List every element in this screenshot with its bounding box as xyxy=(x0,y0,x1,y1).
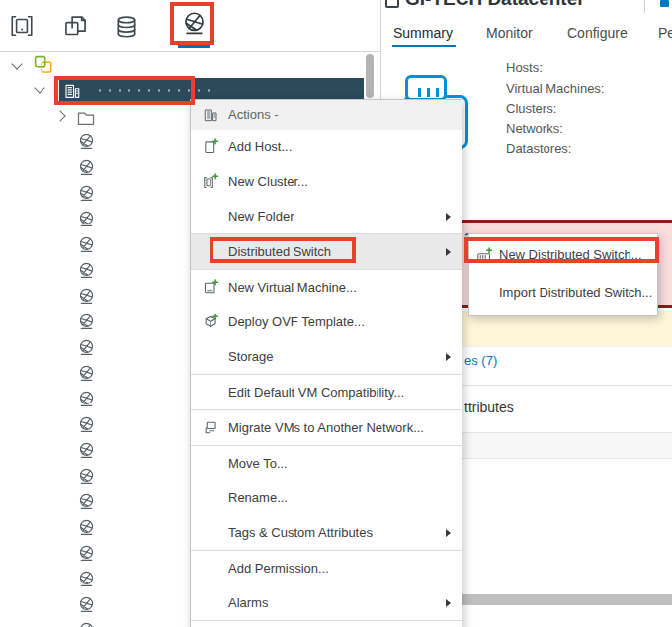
network-globe-icon xyxy=(77,518,96,537)
network-globe-icon xyxy=(77,467,96,486)
tab-monitor[interactable]: Monitor xyxy=(486,25,533,41)
migrate-vms-icon xyxy=(203,419,219,436)
menu-item-new-folder[interactable]: New Folder xyxy=(191,199,462,233)
tree-item-network[interactable] xyxy=(77,493,96,511)
tree-item-network[interactable] xyxy=(77,595,96,614)
network-globe-icon xyxy=(77,287,96,306)
context-menu: Actions - Add Host... New Cluster... New… xyxy=(190,99,462,627)
title-divider xyxy=(644,0,645,13)
clusters-label: Clusters: xyxy=(506,101,556,116)
tree-item-network[interactable] xyxy=(77,518,96,537)
network-globe-icon xyxy=(77,364,96,383)
add-host-icon xyxy=(203,138,219,155)
network-globe-icon xyxy=(77,493,96,511)
tree-item-network[interactable] xyxy=(77,158,96,177)
tree-item-network[interactable] xyxy=(77,544,96,563)
toolbar-divider xyxy=(0,51,380,52)
datastores-label: Datastores: xyxy=(506,141,571,156)
tree-item-network[interactable] xyxy=(77,621,96,627)
virtual-machines-label: Virtual Machines: xyxy=(506,81,604,96)
active-tab-underline xyxy=(178,45,210,48)
menu-item-new-virtual-machine[interactable]: New Virtual Machine... xyxy=(191,270,462,305)
tab-summary[interactable]: Summary xyxy=(393,25,453,41)
section-link[interactable]: es (7) xyxy=(464,353,497,368)
storage-icon[interactable] xyxy=(114,14,139,40)
networks-label: Networks: xyxy=(506,121,563,135)
vcenter-icon[interactable] xyxy=(33,54,53,75)
datacenter-icon xyxy=(385,0,399,8)
network-globe-icon xyxy=(77,158,96,177)
datacenter-summary-icon-top xyxy=(405,75,447,101)
context-menu-header-label: Actions - xyxy=(228,107,279,122)
page-title-clip: GI-TECH Datacenter xyxy=(381,0,658,13)
submenu-item-import-distributed-switch[interactable]: Import Distributed Switch... xyxy=(469,274,657,312)
network-globe-icon xyxy=(77,595,96,614)
folder-icon[interactable] xyxy=(76,108,96,128)
network-globe-icon xyxy=(77,133,96,151)
submenu-arrow-icon xyxy=(446,248,451,256)
menu-item-alarms[interactable]: Alarms xyxy=(191,585,462,620)
menu-item-storage[interactable]: Storage xyxy=(191,339,462,374)
network-globe-icon xyxy=(77,621,96,627)
submenu-arrow-icon xyxy=(446,599,451,607)
actions-menu-icon[interactable] xyxy=(660,0,669,7)
menu-item-add-host[interactable]: Add Host... xyxy=(191,130,462,164)
network-globe-icon xyxy=(77,390,96,408)
tree-item-network[interactable] xyxy=(77,313,96,331)
menu-item-add-permission[interactable]: Add Permission... xyxy=(191,551,462,585)
menu-item-edit-default-vm-compatibility[interactable]: Edit Default VM Compatibility... xyxy=(191,375,462,409)
network-globe-icon xyxy=(77,415,96,434)
network-globe-icon xyxy=(77,313,96,331)
new-cluster-icon xyxy=(203,173,219,190)
tree-item-network[interactable] xyxy=(77,364,96,383)
tree-item-network[interactable] xyxy=(77,415,96,434)
tree-item-network[interactable] xyxy=(77,338,96,357)
menu-item-rename[interactable]: Rename... xyxy=(191,481,462,515)
annotation-box-new-distributed-switch xyxy=(464,237,659,263)
network-globe-icon xyxy=(77,210,96,228)
tree-item-network[interactable] xyxy=(77,235,96,254)
menu-item-tags-custom-attributes[interactable]: Tags & Custom Attributes xyxy=(191,515,462,550)
network-globe-icon xyxy=(77,261,96,280)
custom-attributes-header: ttributes xyxy=(464,400,514,415)
tree-vertical-scrollbar[interactable] xyxy=(366,54,374,98)
network-globe-icon xyxy=(77,184,96,203)
network-globe-icon xyxy=(77,441,96,460)
tab-permissions[interactable]: Permissions xyxy=(658,25,672,41)
annotation-box-distributed-switch xyxy=(210,237,356,263)
submenu-arrow-icon xyxy=(446,213,451,221)
network-globe-icon xyxy=(77,338,96,357)
tree-item-network[interactable] xyxy=(77,570,96,588)
network-globe-icon xyxy=(77,235,96,254)
vms-and-templates-icon[interactable] xyxy=(62,12,89,39)
tree-item-network[interactable] xyxy=(77,210,96,228)
tree-item-network[interactable] xyxy=(77,287,96,306)
tree-item-network[interactable] xyxy=(77,261,96,280)
datacenter-icon xyxy=(203,107,218,123)
chevron-right-icon[interactable] xyxy=(54,110,65,121)
network-globe-icon xyxy=(77,544,96,563)
summary-tab-underline xyxy=(392,45,456,47)
new-vm-icon xyxy=(203,279,219,296)
menu-item-new-cluster[interactable]: New Cluster... xyxy=(191,164,462,199)
deploy-ovf-icon xyxy=(203,314,219,330)
menu-item-deploy-ovf-template[interactable]: Deploy OVF Template... xyxy=(191,305,462,339)
submenu-arrow-icon xyxy=(446,529,451,537)
tree-item-network[interactable] xyxy=(77,133,96,151)
hosts-label: Hosts: xyxy=(506,60,543,75)
tab-configure[interactable]: Configure xyxy=(567,25,628,41)
network-globe-icon xyxy=(77,570,96,588)
menu-item-migrate-vms[interactable]: Migrate VMs to Another Network... xyxy=(191,410,462,445)
page-title: GI-TECH Datacenter xyxy=(405,0,585,10)
tree-item-network[interactable] xyxy=(77,467,96,486)
chevron-down-icon[interactable] xyxy=(11,58,22,69)
tree-item-network[interactable] xyxy=(77,390,96,408)
tree-item-network[interactable] xyxy=(77,184,96,203)
tree-item-network[interactable] xyxy=(77,441,96,460)
menu-item-move-to[interactable]: Move To... xyxy=(191,446,462,481)
hosts-and-clusters-icon[interactable] xyxy=(9,13,35,39)
context-menu-header: Actions - xyxy=(191,100,462,130)
submenu-arrow-icon xyxy=(446,353,451,361)
chevron-down-icon[interactable] xyxy=(34,82,44,93)
annotation-box-networking-icon xyxy=(170,2,214,45)
